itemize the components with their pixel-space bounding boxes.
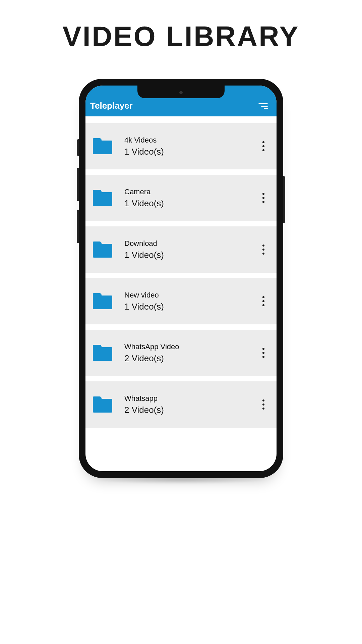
- folder-name: Camera: [124, 187, 258, 196]
- folder-count: 1 Video(s): [124, 302, 258, 312]
- folder-name: 4k Videos: [124, 136, 258, 145]
- folder-row-text: New video 1 Video(s): [124, 291, 258, 312]
- folder-icon: [93, 345, 112, 361]
- more-vert-icon[interactable]: [258, 296, 268, 306]
- sort-icon[interactable]: [256, 101, 270, 111]
- phone-screen: Teleplayer 4k Videos 1 Video(s): [85, 86, 277, 471]
- folder-row-text: WhatsApp Video 2 Video(s): [124, 342, 258, 364]
- folder-row[interactable]: Download 1 Video(s): [85, 226, 277, 273]
- folder-list: 4k Videos 1 Video(s) Camera 1 Video(s): [85, 116, 277, 428]
- more-vert-icon[interactable]: [258, 245, 268, 255]
- more-vert-icon[interactable]: [258, 141, 268, 151]
- folder-icon: [93, 190, 112, 206]
- folder-icon: [93, 241, 112, 258]
- folder-icon: [93, 293, 112, 309]
- folder-row-text: Download 1 Video(s): [124, 239, 258, 260]
- phone-mockup: Teleplayer 4k Videos 1 Video(s): [79, 79, 283, 478]
- more-vert-icon[interactable]: [258, 348, 268, 358]
- app-title: Teleplayer: [90, 101, 133, 111]
- folder-row[interactable]: Camera 1 Video(s): [85, 175, 277, 221]
- page-title: VIDEO LIBRARY: [0, 20, 362, 53]
- folder-row[interactable]: Whatsapp 2 Video(s): [85, 381, 277, 428]
- folder-row-text: Camera 1 Video(s): [124, 187, 258, 209]
- folder-icon: [93, 396, 112, 413]
- folder-count: 1 Video(s): [124, 147, 258, 157]
- phone-shadow: [94, 475, 268, 484]
- more-vert-icon[interactable]: [258, 193, 268, 203]
- folder-name: WhatsApp Video: [124, 342, 258, 351]
- folder-row-text: Whatsapp 2 Video(s): [124, 394, 258, 415]
- folder-row[interactable]: WhatsApp Video 2 Video(s): [85, 330, 277, 376]
- folder-count: 2 Video(s): [124, 353, 258, 364]
- folder-row[interactable]: New video 1 Video(s): [85, 278, 277, 324]
- folder-name: Whatsapp: [124, 394, 258, 403]
- folder-icon: [93, 138, 112, 154]
- folder-name: Download: [124, 239, 258, 248]
- phone-notch: [137, 86, 225, 98]
- folder-row[interactable]: 4k Videos 1 Video(s): [85, 123, 277, 169]
- more-vert-icon[interactable]: [258, 399, 268, 410]
- folder-count: 2 Video(s): [124, 405, 258, 415]
- folder-count: 1 Video(s): [124, 250, 258, 260]
- folder-count: 1 Video(s): [124, 198, 258, 209]
- folder-name: New video: [124, 291, 258, 300]
- phone-frame: Teleplayer 4k Videos 1 Video(s): [79, 79, 283, 478]
- folder-row-text: 4k Videos 1 Video(s): [124, 136, 258, 157]
